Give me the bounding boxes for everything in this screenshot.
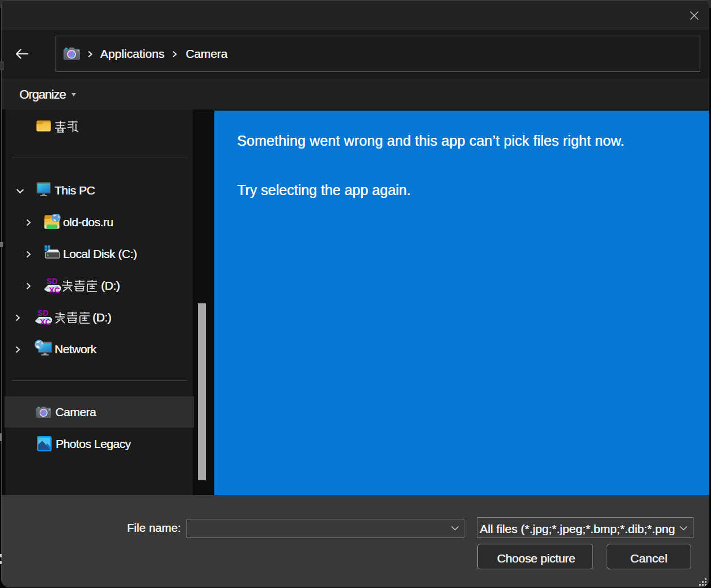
- svg-text:XC: XC: [49, 286, 60, 294]
- svg-text:SD: SD: [37, 308, 48, 318]
- svg-text:XC: XC: [40, 318, 51, 326]
- svg-text:SD: SD: [46, 277, 57, 286]
